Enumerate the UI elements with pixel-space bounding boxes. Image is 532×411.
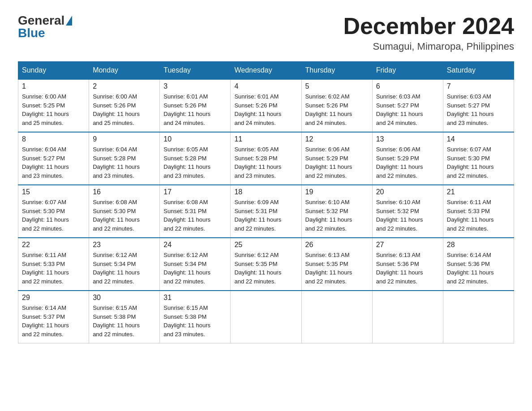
day-number: 21 [447, 188, 510, 196]
calendar-cell: 4Sunrise: 6:01 AMSunset: 5:26 PMDaylight… [231, 79, 301, 132]
day-number: 29 [22, 294, 85, 302]
col-header-monday: Monday [89, 62, 160, 80]
day-info: Sunrise: 6:02 AMSunset: 5:26 PMDaylight:… [305, 93, 352, 126]
day-number: 15 [22, 188, 85, 196]
day-number: 23 [93, 241, 156, 249]
header-row: SundayMondayTuesdayWednesdayThursdayFrid… [18, 62, 514, 80]
logo-triangle-icon [66, 16, 72, 26]
day-number: 10 [163, 135, 227, 143]
calendar-cell: 31Sunrise: 6:15 AMSunset: 5:38 PMDayligh… [160, 291, 231, 343]
day-number: 20 [376, 188, 439, 196]
calendar-cell [372, 291, 443, 343]
calendar-cell: 19Sunrise: 6:10 AMSunset: 5:32 PMDayligh… [301, 185, 372, 238]
calendar-cell: 23Sunrise: 6:12 AMSunset: 5:34 PMDayligh… [89, 238, 160, 291]
day-info: Sunrise: 6:05 AMSunset: 5:28 PMDaylight:… [163, 146, 210, 179]
calendar-header: SundayMondayTuesdayWednesdayThursdayFrid… [18, 62, 514, 80]
day-number: 7 [447, 82, 510, 90]
week-row-1: 1Sunrise: 6:00 AMSunset: 5:25 PMDaylight… [18, 79, 514, 132]
day-info: Sunrise: 6:03 AMSunset: 5:27 PMDaylight:… [376, 93, 423, 126]
day-number: 27 [376, 241, 439, 249]
day-info: Sunrise: 6:08 AMSunset: 5:30 PMDaylight:… [93, 199, 140, 232]
day-info: Sunrise: 6:15 AMSunset: 5:38 PMDaylight:… [93, 304, 140, 338]
calendar-cell: 5Sunrise: 6:02 AMSunset: 5:26 PMDaylight… [301, 79, 372, 132]
day-number: 28 [447, 241, 510, 249]
calendar-cell: 9Sunrise: 6:04 AMSunset: 5:28 PMDaylight… [89, 132, 160, 185]
calendar-cell: 15Sunrise: 6:07 AMSunset: 5:30 PMDayligh… [18, 185, 89, 238]
day-info: Sunrise: 6:13 AMSunset: 5:35 PMDaylight:… [305, 252, 352, 285]
col-header-wednesday: Wednesday [231, 62, 301, 80]
calendar-cell: 24Sunrise: 6:12 AMSunset: 5:34 PMDayligh… [160, 238, 231, 291]
day-info: Sunrise: 6:14 AMSunset: 5:37 PMDaylight:… [22, 304, 69, 338]
day-info: Sunrise: 6:07 AMSunset: 5:30 PMDaylight:… [447, 146, 494, 179]
day-info: Sunrise: 6:12 AMSunset: 5:35 PMDaylight:… [234, 252, 281, 285]
day-info: Sunrise: 6:14 AMSunset: 5:36 PMDaylight:… [447, 252, 494, 285]
day-number: 31 [163, 294, 227, 302]
location-subtitle: Sumagui, Mimaropa, Philippines [343, 41, 514, 52]
calendar-body: 1Sunrise: 6:00 AMSunset: 5:25 PMDaylight… [18, 79, 514, 343]
day-info: Sunrise: 6:00 AMSunset: 5:25 PMDaylight:… [22, 93, 69, 126]
calendar-cell: 20Sunrise: 6:10 AMSunset: 5:32 PMDayligh… [372, 185, 443, 238]
day-info: Sunrise: 6:09 AMSunset: 5:31 PMDaylight:… [234, 199, 281, 232]
calendar-cell: 22Sunrise: 6:11 AMSunset: 5:33 PMDayligh… [18, 238, 89, 291]
day-number: 11 [234, 135, 297, 143]
calendar-cell: 25Sunrise: 6:12 AMSunset: 5:35 PMDayligh… [231, 238, 301, 291]
calendar-cell: 27Sunrise: 6:13 AMSunset: 5:36 PMDayligh… [372, 238, 443, 291]
day-number: 12 [305, 135, 369, 143]
calendar-cell: 8Sunrise: 6:04 AMSunset: 5:27 PMDaylight… [18, 132, 89, 185]
week-row-5: 29Sunrise: 6:14 AMSunset: 5:37 PMDayligh… [18, 291, 514, 343]
calendar-cell: 13Sunrise: 6:06 AMSunset: 5:29 PMDayligh… [372, 132, 443, 185]
calendar-cell: 7Sunrise: 6:03 AMSunset: 5:27 PMDaylight… [443, 79, 514, 132]
day-number: 13 [376, 135, 439, 143]
day-number: 19 [305, 188, 369, 196]
col-header-sunday: Sunday [18, 62, 89, 80]
calendar-cell: 3Sunrise: 6:01 AMSunset: 5:26 PMDaylight… [160, 79, 231, 132]
calendar-cell: 16Sunrise: 6:08 AMSunset: 5:30 PMDayligh… [89, 185, 160, 238]
logo-blue-text: Blue [18, 26, 45, 40]
day-number: 22 [22, 241, 85, 249]
day-info: Sunrise: 6:13 AMSunset: 5:36 PMDaylight:… [376, 252, 423, 285]
col-header-friday: Friday [372, 62, 443, 80]
month-title: December 2024 [343, 13, 514, 39]
calendar-cell: 21Sunrise: 6:11 AMSunset: 5:33 PMDayligh… [443, 185, 514, 238]
calendar-cell [231, 291, 301, 343]
day-info: Sunrise: 6:08 AMSunset: 5:31 PMDaylight:… [163, 199, 210, 232]
day-info: Sunrise: 6:01 AMSunset: 5:26 PMDaylight:… [163, 93, 210, 126]
col-header-tuesday: Tuesday [160, 62, 231, 80]
calendar-cell: 29Sunrise: 6:14 AMSunset: 5:37 PMDayligh… [18, 291, 89, 343]
day-info: Sunrise: 6:06 AMSunset: 5:29 PMDaylight:… [376, 146, 423, 179]
col-header-saturday: Saturday [443, 62, 514, 80]
day-info: Sunrise: 6:04 AMSunset: 5:27 PMDaylight:… [22, 146, 69, 179]
calendar-cell [443, 291, 514, 343]
day-info: Sunrise: 6:11 AMSunset: 5:33 PMDaylight:… [447, 199, 494, 232]
day-info: Sunrise: 6:04 AMSunset: 5:28 PMDaylight:… [93, 146, 140, 179]
day-info: Sunrise: 6:01 AMSunset: 5:26 PMDaylight:… [234, 93, 281, 126]
day-info: Sunrise: 6:07 AMSunset: 5:30 PMDaylight:… [22, 199, 69, 232]
day-number: 16 [93, 188, 156, 196]
day-info: Sunrise: 6:12 AMSunset: 5:34 PMDaylight:… [163, 252, 210, 285]
day-info: Sunrise: 6:15 AMSunset: 5:38 PMDaylight:… [163, 304, 210, 338]
title-area: December 2024 Sumagui, Mimaropa, Philipp… [343, 13, 514, 52]
day-info: Sunrise: 6:05 AMSunset: 5:28 PMDaylight:… [234, 146, 281, 179]
calendar-table: SundayMondayTuesdayWednesdayThursdayFrid… [18, 61, 514, 343]
day-info: Sunrise: 6:06 AMSunset: 5:29 PMDaylight:… [305, 146, 352, 179]
day-number: 26 [305, 241, 369, 249]
calendar-cell: 6Sunrise: 6:03 AMSunset: 5:27 PMDaylight… [372, 79, 443, 132]
page-header: General Blue December 2024 Sumagui, Mima… [18, 13, 514, 52]
calendar-cell: 17Sunrise: 6:08 AMSunset: 5:31 PMDayligh… [160, 185, 231, 238]
day-number: 4 [234, 82, 297, 90]
day-number: 17 [163, 188, 227, 196]
day-number: 9 [93, 135, 156, 143]
day-number: 2 [93, 82, 156, 90]
calendar-cell: 2Sunrise: 6:00 AMSunset: 5:26 PMDaylight… [89, 79, 160, 132]
day-info: Sunrise: 6:10 AMSunset: 5:32 PMDaylight:… [305, 199, 352, 232]
day-number: 24 [163, 241, 227, 249]
calendar-cell: 18Sunrise: 6:09 AMSunset: 5:31 PMDayligh… [231, 185, 301, 238]
day-number: 3 [163, 82, 227, 90]
week-row-4: 22Sunrise: 6:11 AMSunset: 5:33 PMDayligh… [18, 238, 514, 291]
day-number: 30 [93, 294, 156, 302]
day-info: Sunrise: 6:11 AMSunset: 5:33 PMDaylight:… [22, 252, 69, 285]
day-info: Sunrise: 6:00 AMSunset: 5:26 PMDaylight:… [93, 93, 140, 126]
calendar-cell: 1Sunrise: 6:00 AMSunset: 5:25 PMDaylight… [18, 79, 89, 132]
day-info: Sunrise: 6:03 AMSunset: 5:27 PMDaylight:… [447, 93, 494, 126]
week-row-2: 8Sunrise: 6:04 AMSunset: 5:27 PMDaylight… [18, 132, 514, 185]
